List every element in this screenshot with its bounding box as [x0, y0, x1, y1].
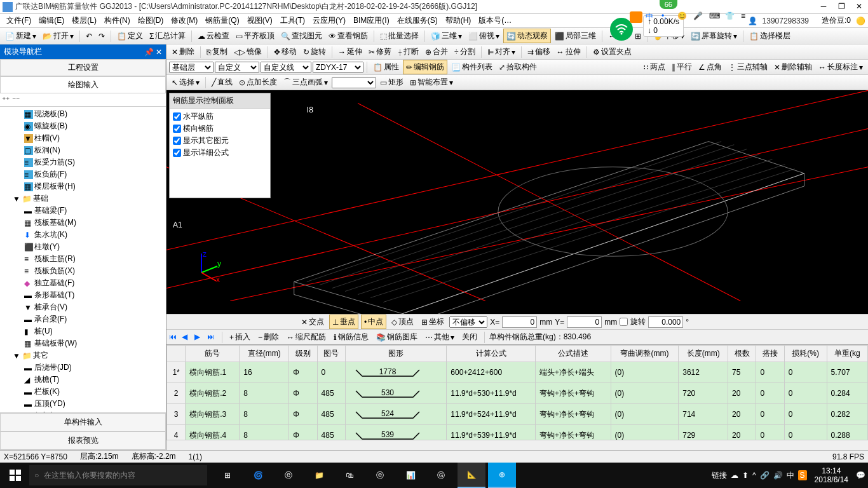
- y-input[interactable]: [567, 316, 602, 328]
- store-icon[interactable]: 🛍: [336, 463, 363, 488]
- menu-floor[interactable]: 楼层(L): [68, 15, 100, 26]
- point-len-button[interactable]: ⊙点加长度: [236, 76, 280, 89]
- two-point-button[interactable]: ∷两点: [641, 60, 668, 74]
- parallel-button[interactable]: ∥平行: [669, 60, 695, 74]
- app-4[interactable]: 📐: [458, 463, 485, 488]
- taskbar-link[interactable]: 链接: [712, 470, 727, 481]
- align-button[interactable]: ⊫对齐 ▾: [485, 45, 518, 58]
- collapse-icon[interactable]: ⁻⁻: [12, 95, 20, 104]
- offset-select[interactable]: 不偏移: [449, 316, 487, 328]
- tab-draw-input[interactable]: 绘图输入: [0, 76, 166, 93]
- table-row[interactable]: 1*横向钢筋.116Φ01778600+2412+600端头+净长+端头(0)3…: [167, 362, 868, 383]
- col-header[interactable]: 公式描述: [535, 346, 611, 362]
- define-button[interactable]: 📋定义: [114, 29, 146, 43]
- stretch-button[interactable]: ↔拉伸: [554, 45, 583, 58]
- table-row[interactable]: 2横向钢筋.28Φ48553011.9*d+530+11.9*d弯钩+净长+弯钩…: [167, 383, 868, 404]
- undo-button[interactable]: ↶: [83, 30, 95, 42]
- x-input[interactable]: [502, 316, 537, 328]
- delete-aux-button[interactable]: ✕删除辅轴: [771, 60, 815, 74]
- menu-online[interactable]: 在线服务(S): [393, 15, 442, 26]
- length-dim-button[interactable]: ↔长度标注 ▾: [816, 60, 865, 74]
- app-2[interactable]: 📊: [397, 463, 424, 488]
- customline-select[interactable]: 自定义线: [261, 62, 311, 73]
- app-3[interactable]: Ⓖ: [427, 463, 455, 488]
- user-id[interactable]: 13907298339: [763, 17, 809, 25]
- three-point-aux-button[interactable]: ⋮三点辅轴: [726, 60, 770, 74]
- find-button[interactable]: 🔍查找图元: [278, 29, 325, 43]
- next-icon[interactable]: ▶: [194, 332, 205, 342]
- rebar-library-button[interactable]: 📚钢筋图库: [374, 330, 420, 344]
- col-header[interactable]: 长度(mm): [679, 346, 728, 362]
- select-button[interactable]: ↖选择 ▾: [169, 76, 202, 89]
- expand-icon[interactable]: ⁺⁺: [2, 95, 10, 104]
- code-select[interactable]: ZDYX-17: [313, 62, 363, 73]
- taskbar-clock[interactable]: 13:14 2018/6/14: [811, 466, 852, 485]
- component-list-button[interactable]: 📃构件列表: [449, 60, 495, 74]
- snap-midpoint[interactable]: •中点: [361, 315, 386, 329]
- opt-other[interactable]: [173, 137, 181, 145]
- component-tree[interactable]: ▦现浇板(B) ◉螺旋板(B) ▼柱帽(V) ▢板洞(N) ≡板受力筋(S) ≡…: [0, 107, 166, 412]
- col-header[interactable]: 弯曲调整(mm): [611, 346, 679, 362]
- batch-select-button[interactable]: ⬚批量选择: [377, 29, 421, 43]
- other-button[interactable]: ⋯其他 ▾: [423, 330, 457, 344]
- ime-icons[interactable]: 中 •, 😊 🎤 ⌨ 👕 ≡: [630, 11, 754, 23]
- local-3d-button[interactable]: ⬛局部三维: [552, 29, 599, 43]
- opt-horizontal[interactable]: [173, 112, 181, 121]
- menu-tool[interactable]: 工具(T): [276, 15, 309, 26]
- tray-ime[interactable]: 中: [787, 470, 794, 481]
- trim-button[interactable]: ✂修剪: [366, 45, 394, 58]
- edit-rebar-button[interactable]: ✏编辑钢筋: [403, 60, 447, 74]
- table-row[interactable]: 4横向钢筋.48Φ48553911.9*d+539+11.9*d弯钩+净长+弯钩…: [167, 425, 868, 440]
- new-button[interactable]: 📄新建 ▾: [3, 29, 39, 43]
- sum-button[interactable]: Σ汇总计算: [147, 29, 188, 43]
- screen-rotate-button[interactable]: 🔄屏幕旋转 ▾: [688, 29, 740, 43]
- taskbar-search[interactable]: ○ 在这里输入你要搜索的内容: [29, 465, 207, 485]
- custom-select[interactable]: 自定义: [215, 62, 259, 73]
- col-header[interactable]: 直径(mm): [240, 346, 289, 362]
- col-header[interactable]: 筋号: [186, 346, 240, 362]
- mirror-button[interactable]: ◁▷镜像: [231, 45, 264, 58]
- select-floor-button[interactable]: 📋选择楼层: [747, 29, 793, 43]
- rotate-button[interactable]: ↻旋转: [301, 45, 329, 58]
- arc3-button[interactable]: ⌒三点画弧 ▾: [281, 76, 330, 89]
- line-button[interactable]: ╱直线: [209, 76, 235, 89]
- menu-bim[interactable]: BIM应用(I): [349, 15, 393, 26]
- tray-net-icon[interactable]: 🔗: [760, 471, 770, 480]
- extend-button[interactable]: →延伸: [336, 45, 365, 58]
- layer-select[interactable]: 基础层: [169, 62, 214, 73]
- tb-x3[interactable]: ⊞: [632, 30, 644, 42]
- point-angle-button[interactable]: ∠点角: [696, 60, 724, 74]
- tray-sogou[interactable]: S: [798, 470, 807, 480]
- rotate-check[interactable]: [620, 318, 628, 326]
- menu-cloud[interactable]: 云应用(Y): [309, 15, 349, 26]
- snap-vertex[interactable]: ◇顶点: [389, 315, 416, 329]
- split-button[interactable]: ÷分割: [452, 45, 478, 58]
- open-button[interactable]: 📂打开 ▾: [40, 29, 76, 43]
- menu-modify[interactable]: 修改(M): [167, 15, 201, 26]
- rebar-display-panel[interactable]: 钢筋显示控制面板 水平纵筋 横向钢筋 显示其它图元 显示详细公式: [169, 93, 271, 198]
- grip-button[interactable]: ⚙设置夹点: [590, 45, 634, 58]
- report-preview-button[interactable]: 报表预览: [0, 431, 166, 450]
- windows-taskbar[interactable]: ○ 在这里输入你要搜索的内容 ⊞ 🌀 ⓔ 📁 🛍 ⓔ 📊 Ⓖ 📐 ⊕ 链接 ☁ …: [0, 463, 868, 488]
- close-button[interactable]: ✕: [853, 2, 865, 12]
- opt-detail[interactable]: [173, 149, 181, 157]
- offset-button[interactable]: ⇉偏移: [525, 45, 553, 58]
- rect-button[interactable]: ▭矩形: [377, 76, 406, 89]
- maximize-button[interactable]: ❐: [835, 2, 848, 12]
- break-button[interactable]: ⟊打断: [395, 45, 421, 58]
- col-header[interactable]: 计算公式: [447, 346, 536, 362]
- notification-icon[interactable]: 💬: [856, 471, 865, 480]
- cloud-check-button[interactable]: ☁云检查: [195, 29, 232, 43]
- menu-file[interactable]: 文件(F): [3, 15, 35, 26]
- app-1[interactable]: 🌀: [244, 463, 272, 488]
- col-header[interactable]: 级别: [289, 346, 317, 362]
- opt-transverse[interactable]: [173, 125, 181, 133]
- menu-draw[interactable]: 绘图(D): [134, 15, 168, 26]
- ie-icon[interactable]: ⓔ: [366, 463, 394, 488]
- smart-layout-button[interactable]: ⊞智能布置 ▾: [407, 76, 456, 89]
- top-view-button[interactable]: ⬜俯视 ▾: [466, 29, 502, 43]
- delete-button[interactable]: ✕删除: [169, 45, 197, 58]
- tray-1[interactable]: ☁: [731, 471, 738, 480]
- insert-row-button[interactable]: +插入: [227, 330, 253, 344]
- delete-row-button[interactable]: −删除: [255, 330, 281, 344]
